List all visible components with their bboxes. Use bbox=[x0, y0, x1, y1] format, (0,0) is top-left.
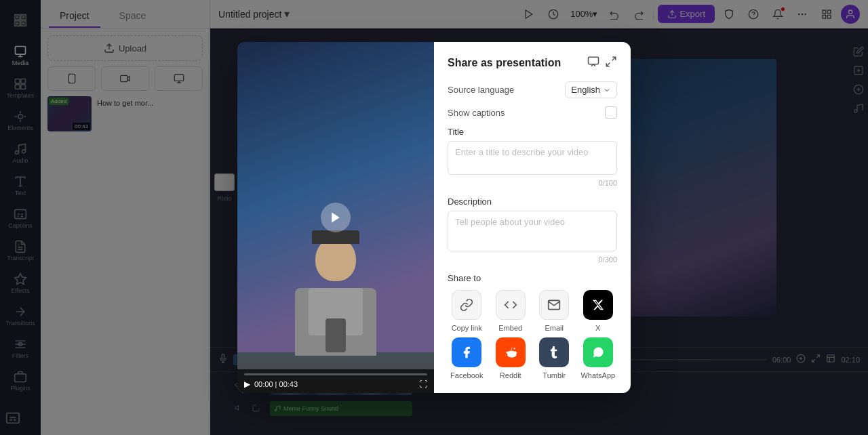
share-x[interactable]: X bbox=[579, 290, 618, 332]
modal-form: Share as presentation Source language En… bbox=[434, 42, 631, 393]
modal-title-icons bbox=[587, 56, 617, 70]
title-section: Title 0/100 bbox=[448, 127, 617, 187]
modal-overlay[interactable]: ▶ 00:00 | 00:43 ⛶ Share as presentation bbox=[0, 0, 868, 435]
share-modal: ▶ 00:00 | 00:43 ⛶ Share as presentation bbox=[237, 42, 631, 393]
copy-link-icon bbox=[452, 290, 481, 320]
email-icon bbox=[539, 290, 569, 320]
source-language-row: Source language English bbox=[448, 81, 617, 98]
tumblr-icon bbox=[539, 337, 569, 367]
share-whatsapp[interactable]: WhatsApp bbox=[579, 337, 618, 379]
modal-title-row: Share as presentation bbox=[448, 56, 617, 70]
video-progress-bar[interactable] bbox=[244, 373, 427, 375]
svg-marker-48 bbox=[332, 213, 340, 223]
reddit-icon bbox=[496, 337, 526, 367]
whatsapp-icon bbox=[583, 337, 613, 367]
description-input[interactable] bbox=[448, 211, 617, 251]
video-controls-bar: ▶ 00:00 | 00:43 ⛶ bbox=[237, 369, 434, 393]
share-copy-link[interactable]: Copy link bbox=[448, 290, 486, 332]
fullscreen-modal-icon[interactable] bbox=[605, 56, 617, 70]
show-captions-checkbox-container bbox=[605, 106, 617, 119]
language-select[interactable]: English bbox=[565, 81, 617, 98]
video-play-icon-small[interactable]: ▶ bbox=[244, 379, 250, 389]
svg-point-54 bbox=[512, 352, 513, 354]
embed-icon bbox=[496, 290, 526, 320]
video-time-display: ▶ 00:00 | 00:43 ⛶ bbox=[244, 379, 427, 389]
modal-video-preview: ▶ 00:00 | 00:43 ⛶ bbox=[237, 42, 434, 393]
x-icon bbox=[583, 290, 613, 320]
description-section: Description 0/300 bbox=[448, 196, 617, 264]
presentation-view-icon[interactable] bbox=[587, 56, 599, 70]
share-grid: Copy link Embed Email bbox=[448, 290, 617, 379]
title-input[interactable] bbox=[448, 141, 617, 175]
fullscreen-icon[interactable]: ⛶ bbox=[419, 379, 427, 389]
share-tumblr[interactable]: Tumblr bbox=[535, 337, 574, 379]
share-reddit[interactable]: Reddit bbox=[492, 337, 530, 379]
video-play-button[interactable] bbox=[321, 203, 351, 232]
svg-line-51 bbox=[606, 63, 610, 66]
share-email[interactable]: Email bbox=[535, 290, 574, 332]
svg-rect-49 bbox=[589, 57, 599, 64]
svg-line-50 bbox=[612, 57, 616, 60]
share-embed[interactable]: Embed bbox=[492, 290, 530, 332]
svg-point-53 bbox=[508, 352, 509, 354]
share-to-section: Share to Copy link Embed bbox=[448, 273, 617, 379]
show-captions-checkbox[interactable] bbox=[605, 106, 617, 119]
show-captions-row: Show captions bbox=[448, 106, 617, 119]
share-facebook[interactable]: Facebook bbox=[448, 337, 486, 379]
facebook-icon bbox=[452, 337, 481, 367]
